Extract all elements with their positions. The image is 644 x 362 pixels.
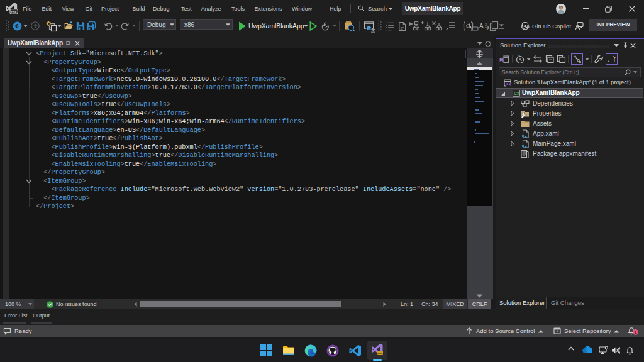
svg-text:A: A (479, 23, 484, 30)
svg-text:PRE: PRE (377, 352, 383, 355)
svg-text:2: 2 (485, 23, 487, 26)
svg-text:PRE: PRE (11, 10, 17, 13)
